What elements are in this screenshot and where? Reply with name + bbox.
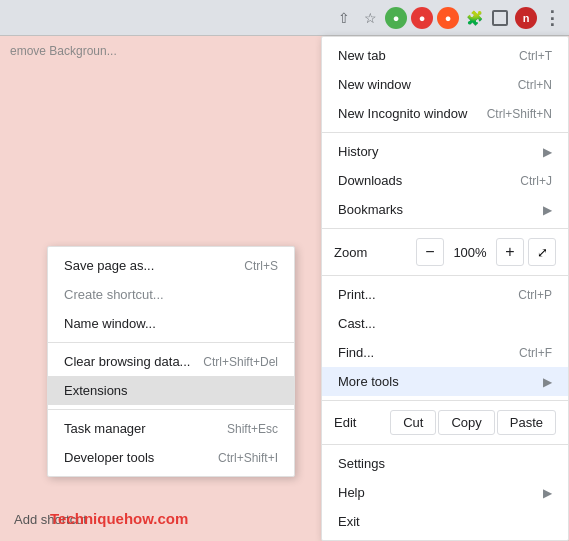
zoom-row: Zoom − 100% + ⤢ xyxy=(322,233,568,271)
menu-new-incognito[interactable]: New Incognito window Ctrl+Shift+N xyxy=(322,99,568,128)
help-label: Help xyxy=(338,485,365,500)
window-square-icon[interactable] xyxy=(489,7,511,29)
bookmarks-label: Bookmarks xyxy=(338,202,403,217)
submenu-save-page[interactable]: Save page as... Ctrl+S xyxy=(48,251,294,280)
downloads-label: Downloads xyxy=(338,173,402,188)
submenu-create-shortcut[interactable]: Create shortcut... xyxy=(48,280,294,309)
history-arrow: ▶ xyxy=(543,145,552,159)
new-window-label: New window xyxy=(338,77,411,92)
menu-new-window[interactable]: New window Ctrl+N xyxy=(322,70,568,99)
name-window-label: Name window... xyxy=(64,316,156,331)
more-tools-label: More tools xyxy=(338,374,399,389)
extension-green-icon[interactable]: ● xyxy=(385,7,407,29)
save-page-label: Save page as... xyxy=(64,258,154,273)
task-manager-shortcut: Shift+Esc xyxy=(227,422,278,436)
submenu-divider-1 xyxy=(48,342,294,343)
more-tools-arrow: ▶ xyxy=(543,375,552,389)
menu-history[interactable]: History ▶ xyxy=(322,137,568,166)
print-label: Print... xyxy=(338,287,376,302)
edit-label: Edit xyxy=(334,415,388,430)
extension-orange-icon[interactable]: ● xyxy=(437,7,459,29)
submenu-task-manager[interactable]: Task manager Shift+Esc xyxy=(48,414,294,443)
extensions-puzzle-icon[interactable]: 🧩 xyxy=(463,7,485,29)
zoom-plus-button[interactable]: + xyxy=(496,238,524,266)
find-label: Find... xyxy=(338,345,374,360)
clear-browsing-label: Clear browsing data... xyxy=(64,354,190,369)
save-page-shortcut: Ctrl+S xyxy=(244,259,278,273)
submenu-name-window[interactable]: Name window... xyxy=(48,309,294,338)
copy-button[interactable]: Copy xyxy=(438,410,494,435)
new-window-shortcut: Ctrl+N xyxy=(518,78,552,92)
downloads-shortcut: Ctrl+J xyxy=(520,174,552,188)
chrome-main-menu: New tab Ctrl+T New window Ctrl+N New Inc… xyxy=(321,36,569,541)
new-tab-label: New tab xyxy=(338,48,386,63)
more-tools-submenu: Save page as... Ctrl+S Create shortcut..… xyxy=(47,246,295,477)
exit-label: Exit xyxy=(338,514,360,529)
zoom-value: 100% xyxy=(448,245,492,260)
edit-row: Edit Cut Copy Paste xyxy=(322,405,568,440)
menu-cast[interactable]: Cast... xyxy=(322,309,568,338)
menu-help[interactable]: Help ▶ xyxy=(322,478,568,507)
create-shortcut-label: Create shortcut... xyxy=(64,287,164,302)
new-incognito-label: New Incognito window xyxy=(338,106,467,121)
menu-new-tab[interactable]: New tab Ctrl+T xyxy=(322,41,568,70)
new-tab-shortcut: Ctrl+T xyxy=(519,49,552,63)
find-shortcut: Ctrl+F xyxy=(519,346,552,360)
cut-button[interactable]: Cut xyxy=(390,410,436,435)
task-manager-label: Task manager xyxy=(64,421,146,436)
clear-browsing-shortcut: Ctrl+Shift+Del xyxy=(203,355,278,369)
submenu-divider-2 xyxy=(48,409,294,410)
submenu-clear-browsing[interactable]: Clear browsing data... Ctrl+Shift+Del xyxy=(48,347,294,376)
paste-button[interactable]: Paste xyxy=(497,410,556,435)
menu-settings[interactable]: Settings xyxy=(322,449,568,478)
extension-red-icon[interactable]: ● xyxy=(411,7,433,29)
menu-bookmarks[interactable]: Bookmarks ▶ xyxy=(322,195,568,224)
menu-downloads[interactable]: Downloads Ctrl+J xyxy=(322,166,568,195)
new-incognito-shortcut: Ctrl+Shift+N xyxy=(487,107,552,121)
zoom-minus-button[interactable]: − xyxy=(416,238,444,266)
profile-avatar[interactable]: n xyxy=(515,7,537,29)
menu-exit[interactable]: Exit xyxy=(322,507,568,536)
browser-toolbar: ⇧ ☆ ● ● ● 🧩 n ⋮ xyxy=(0,0,569,36)
menu-divider-4 xyxy=(322,400,568,401)
share-icon[interactable]: ⇧ xyxy=(333,7,355,29)
extensions-label: Extensions xyxy=(64,383,128,398)
menu-divider-2 xyxy=(322,228,568,229)
watermark-text: Techniquehow.com xyxy=(50,510,188,527)
developer-tools-shortcut: Ctrl+Shift+I xyxy=(218,451,278,465)
submenu-developer-tools[interactable]: Developer tools Ctrl+Shift+I xyxy=(48,443,294,472)
help-arrow: ▶ xyxy=(543,486,552,500)
menu-print[interactable]: Print... Ctrl+P xyxy=(322,280,568,309)
menu-find[interactable]: Find... Ctrl+F xyxy=(322,338,568,367)
menu-more-tools[interactable]: More tools ▶ xyxy=(322,367,568,396)
bookmarks-arrow: ▶ xyxy=(543,203,552,217)
history-label: History xyxy=(338,144,378,159)
star-icon[interactable]: ☆ xyxy=(359,7,381,29)
menu-divider-3 xyxy=(322,275,568,276)
developer-tools-label: Developer tools xyxy=(64,450,154,465)
print-shortcut: Ctrl+P xyxy=(518,288,552,302)
zoom-label: Zoom xyxy=(334,245,412,260)
tab-label: emove Backgroun... xyxy=(10,44,117,58)
settings-label: Settings xyxy=(338,456,385,471)
menu-divider-1 xyxy=(322,132,568,133)
menu-dots-icon[interactable]: ⋮ xyxy=(541,7,563,29)
menu-divider-5 xyxy=(322,444,568,445)
cast-label: Cast... xyxy=(338,316,376,331)
zoom-fullscreen-button[interactable]: ⤢ xyxy=(528,238,556,266)
submenu-extensions[interactable]: Extensions xyxy=(48,376,294,405)
